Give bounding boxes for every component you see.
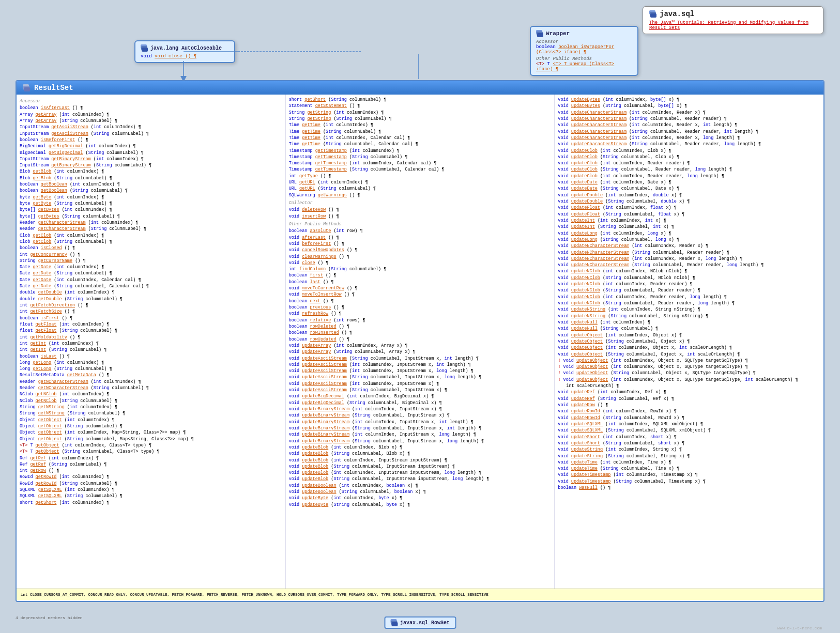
m-updateAscii2: void updateAsciiStream (int columnIndex,…	[289, 362, 552, 368]
rowset-label: javax.sql RowSet	[400, 620, 450, 626]
m-getInt2: int getInt (String columnLabel) ¶	[20, 347, 282, 353]
rs-column-2: short getShort (String columnLabel) ¶ St…	[286, 95, 555, 589]
m-updateBlob1: void updateBlob (int columnIndex, Blob x…	[289, 444, 552, 451]
m-updateRef2: void updateRef (String columnLabel, Ref …	[558, 396, 820, 402]
m-getObject4: Object getObject (String columnLabel, Ma…	[20, 436, 282, 442]
m-getLong2: long getLong (String columnLabel) ¶	[20, 366, 282, 372]
m-getSQLXML1: SQLXML getSQLXML (int columnIndex) ¶	[20, 487, 282, 493]
m-deleteRow: void deleteRow () ¶	[289, 207, 552, 213]
m-next: boolean next () ¶	[289, 298, 552, 304]
site-link: www.b-l-t-here.com	[777, 626, 822, 630]
m-getClob1: Clob getClob (int columnIndex) ¶	[20, 233, 282, 239]
m-isAfterLast: boolean isAfterLast () ¶	[20, 105, 282, 111]
m-getAsciiStream1: InputStream getAsciiStream (int columnIn…	[20, 124, 282, 130]
m-updateBinaryStream1: void updateBinaryStream (int columnIndex…	[289, 406, 552, 412]
m-getLong1: long getLong (int columnIndex) ¶	[20, 360, 282, 366]
m-updateNCharStream1: void updateNCharacterStream (int columnI…	[558, 243, 820, 249]
m-updateTimestamp2: void updateTimestamp (String columnLabel…	[558, 478, 820, 485]
m-getHoldability: int getHoldability () ¶	[20, 334, 282, 341]
m-updateNClob2: void updateNClob (String columnLabel, NC…	[558, 275, 820, 281]
m-getBoolean2: boolean getBoolean (String columnLabel) …	[20, 188, 282, 194]
m-getBinaryStream1: InputStream getBinaryStream (int columnI…	[20, 156, 282, 162]
m-updateObject6: ! void updateObject (int columnIndex, Ob…	[558, 364, 820, 370]
rs-footer-text: int CLOSE_CURSORS_AT_COMMIT, CONCUR_READ…	[21, 593, 488, 597]
m-isLast: boolean isLast () ¶	[20, 353, 282, 360]
m-getDate3: Date getDate (int columnIndex, Calendar …	[20, 277, 282, 283]
m-updateAscii5: void updateAsciiStream (int columnIndex,…	[289, 381, 552, 387]
m-getCursorName: String getCursorName () ¶	[20, 258, 282, 264]
m-updateNCharStream3: void updateNCharacterStream (int columnI…	[558, 256, 820, 262]
m-updateRef1: void updateRef (int columnIndex, Ref x) …	[558, 389, 820, 395]
m-updateObject1: void updateObject (int columnIndex, Obje…	[558, 332, 820, 338]
m-updateByte2: void updateByte (String columnLabel, byt…	[289, 502, 552, 508]
rs-icon	[23, 84, 30, 91]
m-updateByte1: void updateByte (int columnIndex, byte x…	[289, 495, 552, 501]
m-updateArray1: void updateArray (int columnIndex, Array…	[289, 343, 552, 349]
rs-title: ResultSet	[34, 84, 73, 92]
m-updateAscii3: void updateAsciiStream (int columnIndex,…	[289, 368, 552, 374]
m-updateString1: void updateString (int columnIndex, Stri…	[558, 446, 820, 453]
m-getShort2: short getShort (String columnLabel) ¶	[289, 97, 552, 103]
rowset-box[interactable]: javax.sql RowSet	[384, 616, 456, 629]
m-getBlob2: Blob getBlob (String columnLabel) ¶	[20, 175, 282, 181]
m-updateCharStream1: void updateCharacterStream (int columnIn…	[558, 110, 820, 116]
m-moveToCurrentRow: void moveToCurrentRow () ¶	[289, 285, 552, 291]
m-updateDate2: void updateDate (String columnLabel, Dat…	[558, 186, 820, 192]
m-updateBinaryStream2: void updateBinaryStream (String columnLa…	[289, 412, 552, 419]
m-updateLong1: void updateLong (int columnIndex, long x…	[558, 230, 820, 237]
m-getNClob1: NClob getNClob (int columnIndex) ¶	[20, 391, 282, 397]
rs-footer: int CLOSE_CURSORS_AT_COMMIT, CONCUR_READ…	[17, 589, 823, 600]
wrapper-method1: boolean boolean isWrapperFor (Class<?> i…	[536, 44, 632, 55]
m-getStatement: Statement getStatement () ¶	[289, 103, 552, 109]
wrapper-other-label: Other Public Methods	[536, 56, 632, 61]
m-getFloat1: float getFloat (int columnIndex) ¶	[20, 321, 282, 328]
rs-header: ResultSet	[17, 81, 823, 95]
m-afterLast: void afterLast () ¶	[289, 235, 552, 241]
autocloseable-method1: void void close () ¶	[141, 54, 229, 59]
m-updateBigDecimal2: void updateBigDecimal (String columnLabe…	[289, 400, 552, 406]
m-updateBinaryStream5: void updateBinaryStream (int columnIndex…	[289, 431, 552, 438]
m-updateBlob5: void updateBlob (int columnIndex, InputS…	[289, 470, 552, 476]
m-getNClob2: NClob getNClob (String columnLabel) ¶	[20, 398, 282, 404]
m-getArray2: Array getArray (String columnLabel) ¶	[20, 118, 282, 124]
m-updateSQLXML2: void updateSQLXML (String columnLabel, S…	[558, 427, 820, 434]
m-isFirst: boolean isFirst () ¶	[20, 315, 282, 321]
m-getAsciiStream2: InputStream getAsciiStream (String colum…	[20, 131, 282, 137]
m-updateCharStream4: void updateCharacterStream (String colum…	[558, 129, 820, 135]
resultset-panel: ResultSet Accessor boolean isAfterLast (…	[16, 80, 824, 602]
autocloseable-icon	[141, 44, 148, 52]
m-getMetaData: ResultSetMetaData getMetaData () ¶	[20, 372, 282, 378]
wrapper-icon	[536, 30, 543, 37]
m-updateBoolean2: void updateBoolean (String columnLabel, …	[289, 489, 552, 495]
m-absolute: boolean absolute (int row) ¶	[289, 228, 552, 234]
m-getFloat2: float getFloat (String columnLabel) ¶	[20, 328, 282, 334]
m-rowInserted: boolean rowInserted () ¶	[289, 330, 552, 336]
m-updateBlob3: void updateBlob (int columnIndex, InputS…	[289, 457, 552, 464]
m-isBeforeFirst: boolean isBeforeFirst () ¶	[20, 137, 282, 143]
wrapper-box: Wrapper Accessor boolean boolean isWrapp…	[530, 26, 638, 76]
m-clearWarnings: void clearWarnings () ¶	[289, 254, 552, 260]
m-getFetchSize: int getFetchSize () ¶	[20, 308, 282, 315]
m-updateNClob4: void updateNClob (String columnLabel, Re…	[558, 287, 820, 294]
javasql-link[interactable]: The Java™ Tutorials: Retrieving and Modi…	[649, 20, 817, 30]
m-updateBinaryStream3: void updateBinaryStream (int columnIndex…	[289, 419, 552, 425]
m-getRow: int getRow () ¶	[20, 468, 282, 474]
m-updateNCharStream4: void updateNCharacterStream (String colu…	[558, 262, 820, 268]
m-getDate1: Date getDate (int columnIndex) ¶	[20, 264, 282, 270]
section-accessor: Accessor	[20, 98, 282, 104]
m-updateObject5: ! void updateObject (int columnIndex, Ob…	[558, 358, 820, 364]
m-updateFloat1: void updateFloat (int columnIndex, float…	[558, 205, 820, 211]
m-updateObject8: ! void updateObject (int columnIndex, Ob…	[558, 377, 820, 383]
wrapper-title: Wrapper	[536, 30, 632, 37]
m-updateTime1: void updateTime (int columnIndex, Time x…	[558, 459, 820, 466]
m-getDate2: Date getDate (String columnLabel) ¶	[20, 270, 282, 276]
m-getDouble2: double getDouble (String columnLabel) ¶	[20, 296, 282, 302]
m-updateInt1: void updateInt (int columnIndex, int x) …	[558, 218, 820, 224]
m-updateClob5: void updateClob (int columnIndex, Reader…	[558, 173, 820, 179]
m-getURL1: URL getURL (int columnIndex) ¶	[289, 179, 552, 186]
m-getNCharStream1: Reader getNCharacterStream (int columnIn…	[20, 379, 282, 385]
m-getArray1: Array getArray (int columnIndex) ¶	[20, 112, 282, 118]
m-wasNull: boolean wasNull () ¶	[558, 485, 820, 491]
autocloseable-label: java.lang AutoCloseable	[150, 45, 222, 51]
m-updateNCharStream2: void updateNCharacterStream (String colu…	[558, 250, 820, 256]
